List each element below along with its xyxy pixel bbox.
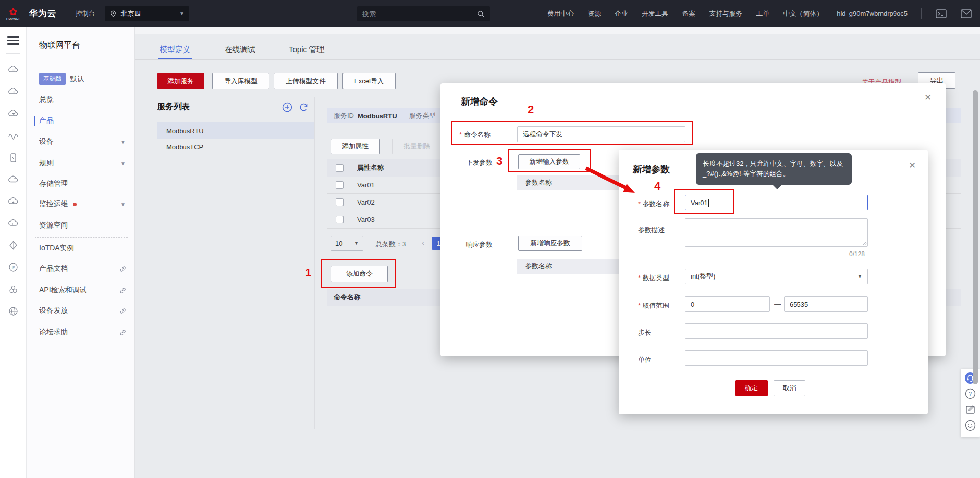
row-checkbox[interactable] (336, 181, 344, 189)
nav-support[interactable]: 支持与服务 (709, 9, 742, 18)
sidebar-item-docs[interactable]: 产品文档 (27, 259, 135, 279)
cloud-clock-icon[interactable] (8, 218, 19, 229)
add-command-button[interactable]: 添加命令 (331, 266, 388, 282)
page-size-select[interactable]: 10▼ (331, 236, 363, 251)
param-name-label: *参数名称 (638, 199, 669, 209)
add-input-param-button[interactable]: 新增输入参数 (518, 154, 580, 169)
resize-grip-icon[interactable] (862, 241, 867, 246)
step-label: 步长 (638, 328, 651, 337)
batch-delete-button[interactable]: 批量删除 (392, 139, 442, 154)
select-all-checkbox[interactable] (336, 164, 344, 172)
nav-resources[interactable]: 资源 (587, 9, 601, 18)
row-checkbox[interactable] (336, 198, 344, 206)
chevron-down-icon: ▼ (120, 161, 126, 166)
cloud-dots-icon[interactable] (8, 86, 19, 97)
add-property-button[interactable]: 添加属性 (331, 139, 380, 154)
sidebar-item-storage[interactable]: 存储管理 (27, 173, 135, 194)
upload-model-file-button[interactable]: 上传模型文件 (274, 73, 338, 89)
sidebar-item-forum[interactable]: 论坛求助 (27, 322, 135, 342)
tab-online-debug[interactable]: 在线调试 (225, 45, 255, 55)
service-item-modbustcp[interactable]: ModbusTCP (157, 139, 314, 155)
modal-title: 新增参数 (633, 163, 670, 175)
unit-input[interactable] (685, 350, 868, 366)
sidebar-item-iotda-instance[interactable]: IoTDA实例 (27, 238, 135, 259)
prism-icon[interactable] (8, 240, 19, 251)
step-input[interactable] (685, 323, 868, 339)
ip-circle-icon[interactable]: IP (8, 262, 19, 273)
sidebar-item-products[interactable]: 产品 (27, 111, 135, 131)
sidebar-item-device-provisioning[interactable]: 设备发放 (27, 300, 135, 321)
sidebar-item-api-explorer[interactable]: API检索和调试 (27, 280, 135, 300)
nav-language[interactable]: 中文（简体） (783, 9, 823, 18)
wave-icon[interactable] (8, 130, 19, 141)
huawei-logo-icon[interactable]: ✿ HUAWEI (6, 7, 20, 20)
device-icon[interactable] (8, 152, 19, 163)
add-service-button[interactable]: 添加服务 (157, 73, 204, 89)
param-desc-textarea[interactable] (685, 218, 868, 247)
search-icon[interactable] (477, 10, 485, 18)
divider (66, 8, 66, 19)
region-label: 北京四 (121, 9, 141, 18)
nav-account[interactable]: hid_g90m7wbmdrp9oc5 (837, 10, 908, 17)
sidebar-item-rules[interactable]: 规则▼ (27, 153, 135, 173)
global-search[interactable] (357, 6, 490, 21)
add-response-param-button[interactable]: 新增响应参数 (518, 236, 582, 251)
cancel-button[interactable]: 取消 (774, 380, 805, 396)
cloud-upload-icon[interactable] (8, 196, 19, 207)
param-name-input[interactable]: Var01 (685, 195, 868, 210)
edition-badge: 基础版 (39, 73, 66, 85)
data-type-select[interactable]: int(整型)▼ (685, 269, 868, 284)
property-name: Var03 (357, 216, 375, 223)
nav-enterprise[interactable]: 企业 (615, 9, 628, 18)
add-circle-icon[interactable] (282, 102, 292, 112)
refresh-icon[interactable] (299, 102, 309, 112)
cli-terminal-icon[interactable] (936, 9, 947, 18)
chevron-down-icon: ▼ (120, 202, 126, 207)
nav-devtools[interactable]: 开发工具 (642, 9, 668, 18)
sidebar-item-devices[interactable]: 设备▼ (27, 132, 135, 152)
nodes-icon[interactable] (8, 284, 19, 295)
help-question-icon[interactable]: ? (964, 388, 976, 400)
service-item-modbusrtu[interactable]: ModbusRTU (157, 122, 314, 139)
brand-title[interactable]: 华为云 (29, 8, 57, 19)
row-checkbox[interactable] (336, 216, 344, 223)
feedback-icon[interactable] (964, 404, 976, 416)
vertical-scrollbar[interactable] (973, 90, 978, 384)
console-link[interactable]: 控制台 (76, 9, 95, 18)
cloud-icon[interactable] (8, 174, 19, 185)
tab-model-definition[interactable]: 模型定义 (160, 45, 190, 55)
divider (921, 8, 922, 19)
search-input[interactable] (362, 10, 477, 18)
globe-icon[interactable] (8, 306, 19, 317)
close-icon[interactable]: ✕ (909, 160, 916, 171)
response-params-label: 响应参数 (466, 240, 493, 249)
value-range-label: *取值范围 (638, 301, 669, 310)
nav-icp[interactable]: 备案 (682, 9, 695, 18)
chevron-down-icon: ▼ (354, 241, 359, 246)
sidebar-item-resource-space[interactable]: 资源空间 (27, 215, 135, 236)
smiley-icon[interactable] (964, 419, 976, 432)
sidebar: 物联网平台 基础版 默认 总览 产品 设备▼ 规则▼ 存储管理 监控运维▼ 资源… (27, 27, 135, 478)
nav-ticket[interactable]: 工单 (756, 9, 769, 18)
external-link-icon (119, 307, 127, 315)
cloud-lines-icon[interactable] (8, 108, 19, 119)
region-selector[interactable]: 北京四 ▼ (105, 6, 189, 21)
confirm-button[interactable]: 确定 (735, 380, 768, 396)
prev-page-icon[interactable]: ‹ (422, 238, 424, 247)
sidebar-item-monitoring[interactable]: 监控运维▼ (27, 194, 135, 214)
range-max-input[interactable] (784, 296, 868, 312)
downlink-params-label: 下发参数 (466, 158, 493, 167)
sidebar-item-overview[interactable]: 总览 (27, 90, 135, 110)
import-library-model-button[interactable]: 导入库模型 (212, 73, 270, 89)
nav-billing[interactable]: 费用中心 (547, 9, 574, 18)
excel-import-button[interactable]: Excel导入 (342, 73, 396, 89)
close-icon[interactable]: ✕ (924, 92, 932, 103)
top-navbar: ✿ HUAWEI 华为云 控制台 北京四 ▼ 费用中心 (0, 0, 980, 27)
svg-text:IP: IP (11, 266, 15, 269)
range-min-input[interactable] (685, 296, 770, 312)
messages-icon[interactable] (961, 9, 972, 18)
menu-icon[interactable] (7, 34, 19, 47)
cloud-server-icon[interactable] (8, 64, 19, 76)
command-name-input[interactable] (517, 126, 685, 142)
tab-topic-management[interactable]: Topic 管理 (289, 45, 324, 55)
